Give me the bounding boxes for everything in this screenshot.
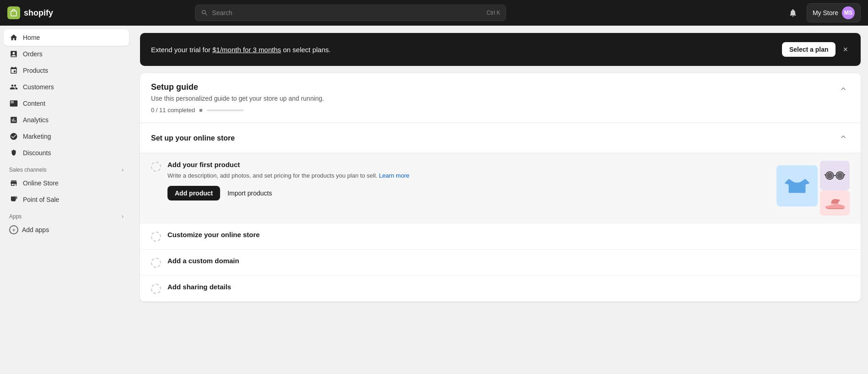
learn-more-link[interactable]: Learn more [379,172,409,179]
store-avatar: MS [842,6,855,19]
online-store-section-header: Set up your online store [140,123,861,153]
sidebar-item-analytics[interactable]: Analytics [4,112,129,128]
chevron-up-icon-2 [839,132,848,141]
banner-text: Extend your trial for $1/month for 3 mon… [151,46,331,54]
sidebar-item-marketing[interactable]: Marketing [4,128,129,145]
search-icon [201,9,208,16]
setup-guide-card: Setup guide Use this personalized guide … [140,73,861,302]
sidebar-label-customers: Customers [23,83,54,91]
analytics-icon [9,115,18,125]
task-content-add-product: Add your first product Write a descripti… [167,161,770,201]
select-plan-button[interactable]: Select a plan [782,42,836,57]
sidebar-label-products: Products [23,67,48,74]
task-checkbox-sharing [151,284,161,294]
topnav-right: My Store MS [785,3,861,22]
apps-chevron[interactable]: › [122,213,124,220]
task-title-sharing: Add sharing details [167,283,850,291]
sidebar-label-online-store: Online Store [23,179,59,187]
plus-circle-icon: + [9,225,18,234]
store-name: My Store [813,9,838,16]
product-illustration [776,161,850,216]
sidebar-item-products[interactable]: Products [4,62,129,79]
home-icon [9,33,18,42]
task-checkbox-customize [151,232,161,242]
sidebar-label-home: Home [23,34,40,41]
sidebar-item-point-of-sale[interactable]: Point of Sale [4,191,129,208]
search-bar: Ctrl K [195,5,506,21]
sidebar-item-discounts[interactable]: Discounts [4,145,129,161]
task-checkbox-domain [151,258,161,268]
task-content-customize: Customize your online store [167,231,850,241]
content-icon [9,99,18,108]
svg-point-6 [837,173,843,179]
task-add-domain[interactable]: Add a custom domain [140,249,861,276]
task-actions-add-product: Add product Import products [167,186,770,201]
point-of-sale-icon [9,195,18,204]
setup-progress-row: 0 / 11 completed [151,107,324,114]
sidebar-item-customers[interactable]: Customers [4,79,129,95]
main-layout: Home Orders Products Customers Content [0,26,868,374]
task-checkbox-add-product [151,162,161,172]
add-product-button[interactable]: Add product [167,186,220,201]
store-button[interactable]: My Store MS [807,3,861,22]
import-products-button[interactable]: Import products [226,186,274,201]
sidebar-item-online-store[interactable]: Online Store [4,175,129,191]
collapse-setup-guide-button[interactable] [837,82,850,98]
task-add-first-product[interactable]: Add your first product Write a descripti… [140,153,861,223]
orders-icon [9,49,18,59]
add-apps-item[interactable]: + Add apps [4,222,129,238]
sidebar-item-home[interactable]: Home [4,29,129,46]
bag-svg [10,9,18,17]
chevron-up-icon [839,84,848,93]
glasses-illustration [820,161,850,190]
shoes-illustration [820,190,850,216]
sidebar-label-analytics: Analytics [23,116,49,124]
task-content-sharing: Add sharing details [167,283,850,293]
add-apps-label: Add apps [22,226,49,233]
task-title-add-product: Add your first product [167,161,770,168]
setup-guide-header: Setup guide Use this personalized guide … [140,73,861,123]
task-customize-store[interactable]: Customize your online store [140,223,861,249]
sidebar-label-discounts: Discounts [23,149,51,157]
online-store-section-title: Set up your online store [151,134,235,142]
marketing-icon [9,132,18,141]
setup-guide-subtitle: Use this personalized guide to get your … [151,95,324,102]
shoes-svg [824,195,846,211]
tshirt-illustration [776,165,818,206]
setup-guide-title: Setup guide [151,82,324,92]
online-store-icon [9,179,18,188]
bell-icon [788,8,798,17]
apps-section: Apps › [4,208,129,222]
sidebar-label-orders: Orders [23,50,43,58]
task-title-domain: Add a custom domain [167,257,850,265]
svg-point-5 [827,173,833,179]
glasses-svg [825,165,845,186]
search-shortcut: Ctrl K [486,10,500,16]
main-content: Extend your trial for $1/month for 3 mon… [133,26,868,374]
logo-text: shopify [24,8,53,18]
collapse-online-store-button[interactable] [837,130,850,146]
top-navigation: shopify Ctrl K My Store MS [0,0,868,26]
progress-text: 0 / 11 completed [151,107,195,114]
setup-guide-info: Setup guide Use this personalized guide … [151,82,324,114]
sidebar-item-content[interactable]: Content [4,95,129,112]
task-title-customize: Customize your online store [167,231,850,238]
customers-icon [9,82,18,92]
task-desc-add-product: Write a description, add photos, and set… [167,171,770,180]
sales-channels-chevron[interactable]: › [122,167,124,173]
sidebar-item-orders[interactable]: Orders [4,46,129,62]
products-icon [9,66,18,75]
sidebar-label-content: Content [23,100,45,107]
tshirt-svg [783,172,811,200]
progress-bar-container [207,109,243,111]
shopify-logo[interactable]: shopify [7,6,53,19]
banner-actions: Select a plan × [782,42,850,57]
close-banner-button[interactable]: × [841,43,850,56]
task-sharing-details[interactable]: Add sharing details [140,276,861,302]
sidebar: Home Orders Products Customers Content [0,26,133,374]
notifications-button[interactable] [785,5,801,21]
discounts-icon [9,148,18,157]
search-input[interactable] [212,9,483,16]
shopify-bag-icon [7,6,20,19]
promo-banner: Extend your trial for $1/month for 3 mon… [140,33,861,66]
